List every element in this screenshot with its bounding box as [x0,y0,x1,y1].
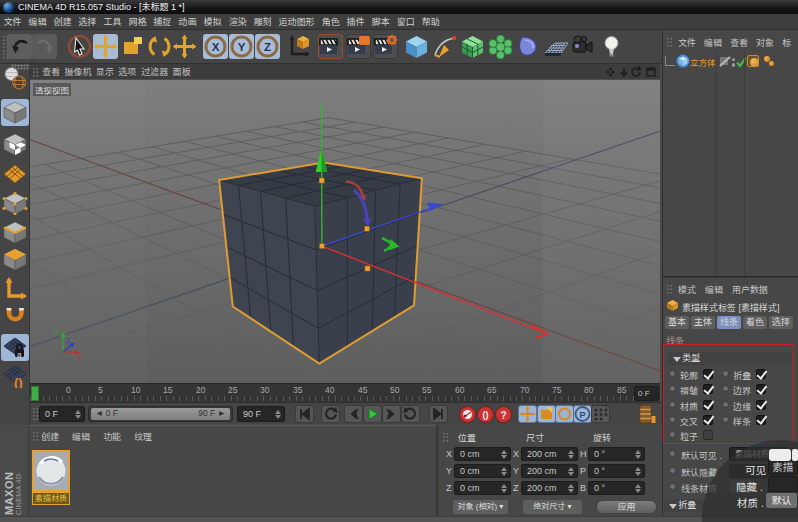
svg-text:?: ? [500,410,506,421]
svg-text:a: a [17,350,22,359]
svg-text:Y: Y [54,328,59,335]
svg-text:P: P [579,410,585,420]
svg-text:X: X [77,354,82,361]
svg-text:Z: Z [264,41,271,53]
svg-text:(): () [14,375,23,388]
svg-text:(): () [483,410,489,420]
svg-text:Z: Z [66,337,71,344]
svg-text:Y: Y [238,41,246,53]
svg-text:X: X [212,41,220,53]
